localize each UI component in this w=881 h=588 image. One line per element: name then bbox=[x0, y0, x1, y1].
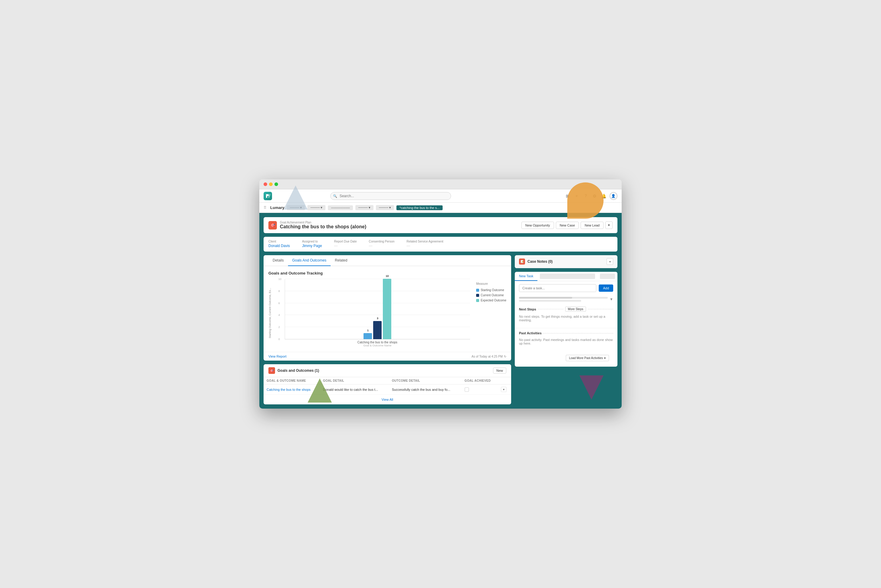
chart-y-axis-label: Starting Outcome, Current Outcome, Ex... bbox=[268, 288, 271, 338]
refresh-icon[interactable]: ↻ bbox=[504, 355, 506, 358]
case-notes-title: Case Notes (0) bbox=[527, 260, 553, 264]
row-action-button[interactable]: ▾ bbox=[501, 387, 506, 392]
chart-area: 0 2 4 6 8 10 bbox=[277, 279, 470, 347]
consenting-field: Consenting Person — bbox=[369, 240, 394, 248]
past-activities-section: Past Activities No past activity. Past m… bbox=[515, 328, 617, 351]
client-field: Client Donald Davis bbox=[268, 240, 290, 248]
tab-details[interactable]: Details bbox=[268, 255, 288, 266]
assigned-value[interactable]: Jimmy Page bbox=[302, 244, 322, 248]
assigned-field: Assigned to Jimmy Page bbox=[302, 240, 322, 248]
goals-table: Goal & Outcome Name Goal Detail Outcome … bbox=[264, 377, 511, 395]
two-col-layout: Details Goals And Outcomes Related Goals… bbox=[264, 255, 617, 404]
achieved-cell bbox=[461, 384, 498, 395]
new-lead-button[interactable]: New Lead bbox=[581, 222, 604, 229]
main-column: Details Goals And Outcomes Related Goals… bbox=[264, 255, 511, 404]
due-date-label: Report Due Date bbox=[334, 240, 357, 243]
record-header: 🎯 Goal Achievement Plan Catching the bus… bbox=[264, 217, 617, 233]
legend-dot-current bbox=[476, 294, 479, 297]
bar-expected: 10 bbox=[383, 279, 391, 339]
legend-label-starting: Starting Outcome bbox=[481, 288, 504, 292]
avatar[interactable]: 👤 bbox=[610, 192, 617, 200]
search-bar: 🔍 bbox=[330, 192, 451, 200]
tabs-panel: Details Goals And Outcomes Related Goals… bbox=[264, 255, 511, 361]
view-all-button[interactable]: View All bbox=[264, 395, 511, 404]
x-axis-sublabel: Goal & Outcome Name bbox=[285, 344, 470, 347]
view-report-link[interactable]: View Report bbox=[268, 354, 286, 358]
close-button[interactable] bbox=[264, 182, 267, 186]
as-of-text: As of Today at 4:25 PM ↻ bbox=[472, 355, 506, 358]
new-case-button[interactable]: New Case bbox=[556, 222, 579, 229]
chart-grid: 0 2 4 6 8 10 bbox=[285, 279, 470, 339]
bar-starting: 1 bbox=[364, 333, 372, 339]
client-label: Client bbox=[268, 240, 290, 243]
maximize-button[interactable] bbox=[274, 182, 278, 186]
nav-pill-3[interactable]: ──────── bbox=[328, 206, 353, 210]
case-notes-collapse-button[interactable]: ▾ bbox=[607, 258, 613, 265]
legend-current: Current Outcome bbox=[476, 294, 506, 297]
consenting-label: Consenting Person bbox=[369, 240, 394, 243]
x-axis-labels: Catching the bus to the shops Goal & Out… bbox=[285, 340, 470, 347]
tabs-header: Details Goals And Outcomes Related bbox=[264, 255, 511, 266]
legend-label-expected: Expected Outcome bbox=[481, 298, 506, 302]
dashed-line-3 bbox=[544, 333, 613, 333]
goal-name-link[interactable]: Catching the bus to the shops bbox=[267, 388, 311, 392]
search-input[interactable] bbox=[330, 192, 451, 200]
past-act-header: Past Activities bbox=[519, 331, 613, 335]
related-value: — bbox=[407, 244, 443, 248]
add-task-button[interactable]: Add bbox=[599, 285, 613, 292]
client-value[interactable]: Donald Davis bbox=[268, 244, 290, 248]
filter-bar-2 bbox=[519, 300, 581, 302]
nav-pill-4[interactable]: ──── ▾ bbox=[355, 205, 373, 210]
legend-starting: Starting Outcome bbox=[476, 288, 506, 292]
nav-pill-5[interactable]: ──── ▾ bbox=[376, 205, 394, 210]
legend-expected: Expected Outcome bbox=[476, 298, 506, 302]
filter-bar-inner bbox=[519, 297, 572, 298]
legend-dot-expected bbox=[476, 299, 479, 302]
activity-panel: New Task Add bbox=[515, 272, 617, 367]
goals-section: 🎯 Goals and Outcomes (1) New Goal & Outc… bbox=[264, 364, 511, 404]
goals-header-left: 🎯 Goals and Outcomes (1) bbox=[268, 367, 319, 374]
side-column: 📝 Case Notes (0) ▾ New Task bbox=[515, 255, 617, 404]
next-steps-empty: No next steps. To get things moving, add… bbox=[519, 314, 613, 325]
task-input[interactable] bbox=[519, 284, 596, 292]
tab-new-task[interactable]: New Task bbox=[515, 272, 538, 281]
bar-label-3: 10 bbox=[385, 274, 388, 278]
col-goal-name: Goal & Outcome Name bbox=[264, 377, 320, 384]
record-icon: 🎯 bbox=[268, 221, 277, 230]
grid-icon: ⠿ bbox=[264, 206, 267, 210]
more-actions-button[interactable]: ▾ bbox=[605, 221, 613, 229]
chart-section: Goals and Outcome Tracking Starting Outc… bbox=[264, 266, 511, 352]
goal-achieved-checkbox[interactable] bbox=[464, 387, 469, 392]
legend-label-current: Current Outcome bbox=[481, 294, 504, 297]
tab-placeholder-1 bbox=[540, 274, 595, 279]
nav-active-tab[interactable]: *catching the bus to the s... bbox=[396, 206, 443, 210]
table-row: Catching the bus to the shops Donald wou… bbox=[264, 384, 511, 395]
tab-placeholder-2 bbox=[600, 274, 615, 279]
col-goal-detail: Goal Detail bbox=[320, 377, 389, 384]
bar-current: 3 bbox=[373, 321, 382, 339]
more-steps-button[interactable]: More Steps bbox=[565, 306, 586, 312]
legend-dot-starting bbox=[476, 289, 479, 292]
activity-tabs: New Task bbox=[515, 272, 617, 281]
case-notes-icon: 📝 bbox=[519, 258, 525, 264]
nav-pill-2[interactable]: ──── ▾ bbox=[307, 205, 325, 210]
task-input-row: Add bbox=[515, 281, 617, 295]
tab-goals-and-outcomes[interactable]: Goals And Outcomes bbox=[288, 255, 331, 266]
case-notes-header: 📝 Case Notes (0) ▾ bbox=[515, 255, 617, 268]
dashed-line-1 bbox=[538, 309, 563, 309]
past-activities-label: Past Activities bbox=[519, 331, 542, 335]
record-title: Catching the bus to the shops (alone) bbox=[280, 224, 366, 230]
filter-icon[interactable]: ▼ bbox=[610, 297, 613, 302]
new-opportunity-button[interactable]: New Opportunity bbox=[521, 222, 554, 229]
minimize-button[interactable] bbox=[269, 182, 273, 186]
goals-new-button[interactable]: New bbox=[493, 368, 506, 374]
col-achieved: Goal Achieved bbox=[461, 377, 498, 384]
tab-related[interactable]: Related bbox=[331, 255, 351, 266]
app-logo bbox=[264, 192, 272, 200]
load-more-button[interactable]: Load More Past Activities ▾ bbox=[566, 355, 609, 361]
due-date-field: Report Due Date — bbox=[334, 240, 357, 248]
record-type: Goal Achievement Plan bbox=[280, 221, 366, 224]
filter-row: ▼ bbox=[515, 295, 617, 303]
record-fields: Client Donald Davis Assigned to Jimmy Pa… bbox=[264, 237, 617, 252]
chart-legend: Measure Starting Outcome Current Outcome bbox=[476, 282, 506, 302]
